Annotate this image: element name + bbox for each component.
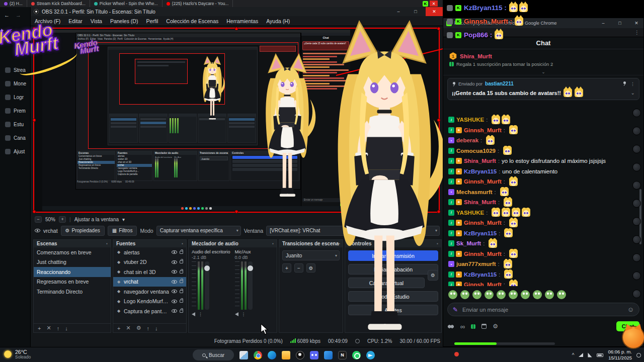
lock-icon[interactable] bbox=[180, 260, 183, 263]
control-button[interactable]: Modo Estudio bbox=[348, 291, 438, 302]
menu-item[interactable]: Ayuda (H) bbox=[262, 18, 294, 24]
minimize-button[interactable]: – bbox=[391, 7, 406, 16]
selection-handle[interactable] bbox=[33, 210, 36, 214]
kick-nav-item[interactable]: Strea bbox=[0, 63, 30, 77]
chat-message[interactable]: juan777xmurft: bbox=[443, 259, 636, 269]
chat-username[interactable]: YASHUKE bbox=[456, 117, 484, 123]
chat-message[interactable]: Ginnsh_Murft: bbox=[443, 280, 636, 286]
pause-icon[interactable] bbox=[355, 339, 360, 343]
add-source-button[interactable]: + bbox=[117, 325, 120, 331]
chat-username[interactable]: Ginnsh_Murft bbox=[464, 282, 502, 286]
side-bubble[interactable] bbox=[632, 290, 641, 298]
channel-menu-icon[interactable]: ⋮ bbox=[242, 312, 246, 317]
source-properties-button[interactable]: ⚙ bbox=[136, 325, 141, 331]
chat-message[interactable]: YASHUKE: bbox=[443, 115, 636, 125]
menu-item[interactable]: Editar bbox=[64, 18, 86, 24]
frog-emote[interactable] bbox=[509, 290, 518, 299]
clock[interactable]: 06:06 p. m. 15/11/2025 bbox=[608, 349, 632, 361]
kick-nav-item[interactable]: Prem bbox=[0, 104, 30, 118]
selection-handle[interactable] bbox=[437, 119, 441, 122]
browser-back-button[interactable]: ← bbox=[4, 12, 10, 18]
taskbar-icon[interactable] bbox=[268, 351, 276, 359]
scene-row[interactable]: Comenzamos en breve bbox=[34, 247, 111, 257]
taskbar-icon[interactable] bbox=[239, 351, 248, 359]
browser-close-button[interactable]: ✕ bbox=[430, 1, 438, 7]
selection-handle[interactable] bbox=[235, 210, 238, 214]
side-bubble[interactable] bbox=[632, 181, 641, 190]
remove-transition-button[interactable]: − bbox=[294, 263, 303, 273]
volume-slider[interactable] bbox=[248, 261, 253, 310]
chat-username[interactable]: KzBryan115 bbox=[464, 168, 497, 174]
chat-username[interactable]: juan777xmurft bbox=[456, 261, 496, 267]
chat-message[interactable]: Shira_Murft: bbox=[443, 197, 636, 208]
lock-icon[interactable] bbox=[180, 310, 183, 313]
source-row[interactable]: ◆ vtuber 2D bbox=[113, 257, 186, 267]
frog-emote[interactable] bbox=[485, 290, 494, 299]
control-button[interactable]: Cámara virtual bbox=[348, 278, 425, 288]
chat-message[interactable]: Mechasmurft: bbox=[443, 187, 636, 198]
control-button[interactable]: Iniciar transmisión bbox=[348, 250, 438, 261]
taskbar-icon[interactable] bbox=[338, 351, 347, 359]
quick-emote-row[interactable] bbox=[448, 289, 638, 300]
properties-button[interactable]: ⚙Propiedades bbox=[61, 226, 105, 236]
frog-emote[interactable] bbox=[545, 290, 554, 299]
frog-emote[interactable] bbox=[472, 290, 481, 299]
chat-message-list[interactable]: YASHUKE: Ginnsh_Murft: deberak: bbox=[443, 115, 636, 286]
side-bubble[interactable] bbox=[632, 272, 641, 280]
transition-properties-button[interactable]: ⚙ bbox=[306, 263, 315, 273]
tray-expand-icon[interactable]: ^ bbox=[572, 352, 575, 358]
chevron-down-icon[interactable]: ⌄ bbox=[631, 90, 635, 96]
frog-emote[interactable] bbox=[497, 290, 506, 299]
volume-slider[interactable] bbox=[205, 261, 209, 310]
menu-item[interactable]: Herramientas bbox=[222, 18, 262, 24]
lock-icon[interactable] bbox=[180, 270, 183, 274]
visibility-eye-icon[interactable] bbox=[172, 260, 177, 264]
pin-icon[interactable] bbox=[622, 81, 626, 85]
search-bar[interactable]: Buscar bbox=[193, 349, 234, 360]
chat-message[interactable]: deberak: bbox=[443, 135, 636, 146]
chat-username[interactable]: Ginnsh_Murft bbox=[464, 127, 502, 133]
browser-tab[interactable]: (2) H... bbox=[0, 0, 27, 7]
visibility-eye-icon[interactable] bbox=[172, 270, 177, 274]
frog-emote[interactable] bbox=[448, 290, 457, 299]
menu-item[interactable]: Paneles (D) bbox=[106, 18, 142, 24]
visibility-eye-icon[interactable] bbox=[172, 280, 177, 284]
kick-nav-item[interactable]: Logr bbox=[0, 90, 30, 104]
source-row[interactable]: ◆ chat sin el 3D bbox=[113, 267, 186, 277]
source-row[interactable]: ◆ vrchat bbox=[113, 277, 186, 287]
source-down-button[interactable]: ↓ bbox=[155, 325, 158, 331]
visibility-eye-icon[interactable] bbox=[172, 309, 177, 313]
side-bubble[interactable] bbox=[632, 163, 641, 171]
dock-pin-icon[interactable]: ▪ bbox=[272, 241, 274, 246]
source-row[interactable]: ◆ navegador ventana bbox=[113, 287, 186, 297]
taskbar-icon[interactable] bbox=[254, 351, 262, 359]
chat-message[interactable]: Ginnsh_Murft: bbox=[443, 125, 636, 136]
fit-to-window-button[interactable]: Ajustar a la ventana bbox=[74, 217, 119, 222]
browser-tab[interactable]: Picker Wheel - Spin the Whe... bbox=[90, 0, 163, 7]
selection-handle[interactable] bbox=[33, 119, 36, 122]
source-row[interactable]: ◆ alertas bbox=[113, 247, 186, 257]
taskbar-icon[interactable] bbox=[324, 351, 333, 359]
scene-row[interactable]: Reaccionando bbox=[34, 267, 111, 277]
side-bubble[interactable] bbox=[632, 199, 641, 208]
selection-handle[interactable] bbox=[437, 210, 441, 214]
lock-icon[interactable] bbox=[180, 251, 183, 254]
eye-icon[interactable] bbox=[35, 229, 40, 232]
dock-pin-icon[interactable]: ▪ bbox=[339, 241, 340, 246]
kick-nav-item[interactable]: Ajust bbox=[0, 145, 30, 158]
chat-username[interactable]: KzBryan115 bbox=[464, 272, 497, 278]
chat-username[interactable]: YASHUKE bbox=[456, 210, 484, 216]
wifi-icon[interactable] bbox=[579, 353, 583, 357]
frog-emote[interactable] bbox=[521, 290, 530, 299]
source-row[interactable]: ◆ Captura de pantalla bbox=[113, 306, 186, 316]
taskbar-icon[interactable] bbox=[352, 351, 361, 359]
chat-username[interactable]: Sk_Murft bbox=[456, 240, 481, 246]
chat-settings-icon[interactable]: ⚙ bbox=[493, 323, 498, 330]
pinned-message[interactable]: Enviado por bastian2211 ⋮ ¡¡Gente cada 1… bbox=[447, 78, 639, 100]
speaker-icon[interactable] bbox=[192, 312, 195, 316]
add-transition-button[interactable]: + bbox=[282, 263, 291, 273]
streamer-avatar-bubble[interactable] bbox=[622, 326, 644, 349]
source-row[interactable]: ◆ Logo KendoMurft.p... bbox=[113, 297, 186, 307]
lock-icon[interactable] bbox=[180, 290, 183, 293]
capture-mode-select[interactable]: Capturar ventana específica bbox=[156, 226, 241, 236]
